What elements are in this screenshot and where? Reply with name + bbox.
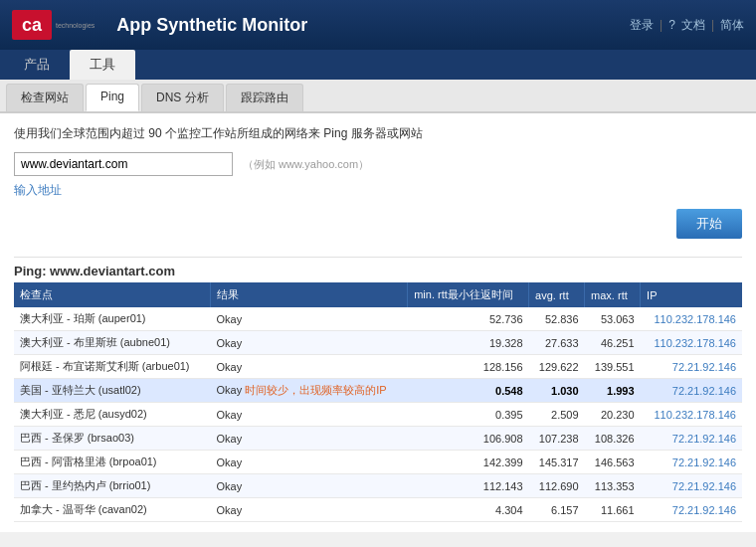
lang-link[interactable]: 简体 [720, 17, 744, 34]
cell-avg-rtt: 2.509 [529, 403, 585, 427]
cell-avg-rtt: 52.836 [529, 307, 585, 331]
cell-result: Okay [211, 451, 408, 474]
cell-checkpoint: 加拿大 - 温哥华 (cavan02) [14, 498, 211, 522]
cell-min-rtt: 106.908 [408, 427, 529, 451]
login-link[interactable]: 登录 [630, 17, 654, 34]
url-input[interactable] [14, 152, 233, 176]
cell-ip: 72.21.92.146 [641, 474, 742, 498]
cell-min-rtt: 142.399 [408, 451, 529, 474]
cell-checkpoint: 澳大利亚 - 布里斯班 (aubne01) [14, 331, 211, 355]
cell-checkpoint: 巴西 - 圣保罗 (brsao03) [14, 427, 211, 451]
cell-max-rtt: 53.063 [585, 307, 641, 331]
cell-avg-rtt: 145.317 [529, 451, 585, 474]
results-section: Ping: www.deviantart.com 检查点 结果 min. rtt… [0, 257, 756, 532]
cell-ip: 110.232.178.146 [641, 307, 742, 331]
cell-ip: 72.21.92.146 [641, 427, 742, 451]
main-nav-product[interactable]: 产品 [4, 50, 70, 80]
addr-link[interactable]: 输入地址 [14, 182, 742, 199]
cell-min-rtt: 128.156 [408, 355, 529, 379]
cell-min-rtt: 4.304 [408, 498, 529, 522]
header: ca technologies App Synthetic Monitor 登录… [0, 0, 756, 50]
start-btn-row: 开始 [14, 209, 742, 239]
col-min-rtt: min. rtt最小往返时间 [408, 282, 529, 307]
cell-min-rtt: 52.736 [408, 307, 529, 331]
tab-traceroute[interactable]: 跟踪路由 [226, 84, 303, 111]
cell-max-rtt: 46.251 [585, 331, 641, 355]
sep1: | [660, 18, 662, 32]
table-row: 澳大利亚 - 珀斯 (auper01)Okay52.73652.83653.06… [14, 307, 742, 331]
table-row: 澳大利亚 - 布里斯班 (aubne01)Okay19.32827.63346.… [14, 331, 742, 355]
cell-max-rtt: 139.551 [585, 355, 641, 379]
cell-max-rtt: 146.563 [585, 451, 641, 474]
cell-ip: 72.21.92.146 [641, 355, 742, 379]
cell-ip: 110.232.178.146 [641, 403, 742, 427]
cell-result: Okay [211, 307, 408, 331]
cell-checkpoint: 阿根廷 - 布宜诺斯艾利斯 (arbue01) [14, 355, 211, 379]
main-nav: 产品 工具 [0, 50, 756, 80]
cell-ip: 72.21.92.146 [641, 379, 742, 403]
cell-min-rtt: 0.548 [408, 379, 529, 403]
cell-result: Okay [211, 355, 408, 379]
cell-min-rtt: 112.143 [408, 474, 529, 498]
cell-result: Okay 时间较少，出现频率较高的IP [211, 379, 408, 403]
col-ip: IP [641, 282, 742, 307]
cell-max-rtt: 20.230 [585, 403, 641, 427]
sep2: | [711, 18, 714, 32]
table-row: 澳大利亚 - 悉尼 (ausyd02)Okay0.3952.50920.2301… [14, 403, 742, 427]
input-row: （例如 www.yahoo.com） [14, 152, 742, 176]
ping-title: Ping: www.deviantart.com [14, 257, 742, 282]
col-avg-rtt: avg. rtt [529, 282, 585, 307]
cell-result: Okay [211, 403, 408, 427]
table-row: 巴西 - 阿雷格里港 (brpoa01)Okay142.399145.31714… [14, 451, 742, 474]
cell-max-rtt: 1.993 [585, 379, 641, 403]
tab-dns[interactable]: DNS 分析 [141, 84, 224, 111]
col-checkpoint: 检查点 [14, 282, 211, 307]
content-area: 使用我们全球范围内超过 90 个监控工作站所组成的网络来 Ping 服务器或网站… [0, 113, 756, 257]
example-hint: （例如 www.yahoo.com） [243, 157, 369, 172]
cell-max-rtt: 108.326 [585, 427, 641, 451]
table-row: 巴西 - 里约热内卢 (brrio01)Okay112.143112.69011… [14, 474, 742, 498]
main-nav-tools[interactable]: 工具 [70, 50, 135, 80]
table-row: 巴西 - 圣保罗 (brsao03)Okay106.908107.238108.… [14, 427, 742, 451]
cell-avg-rtt: 107.238 [529, 427, 585, 451]
ca-logo: ca [12, 10, 52, 40]
app-title: App Synthetic Monitor [116, 15, 630, 36]
table-row: 美国 - 亚特兰大 (usatl02)Okay 时间较少，出现频率较高的IP0.… [14, 379, 742, 403]
cell-result: Okay [211, 427, 408, 451]
header-links: 登录 | ? 文档 | 简体 [630, 17, 744, 34]
tab-check-site[interactable]: 检查网站 [6, 84, 84, 111]
cell-checkpoint: 巴西 - 里约热内卢 (brrio01) [14, 474, 211, 498]
cell-ip: 72.21.92.146 [641, 451, 742, 474]
cell-result: Okay [211, 331, 408, 355]
cell-result: Okay [211, 474, 408, 498]
cell-min-rtt: 19.328 [408, 331, 529, 355]
tab-ping[interactable]: Ping [86, 84, 139, 111]
help-link[interactable]: ? [668, 18, 675, 32]
table-row: 阿根廷 - 布宜诺斯艾利斯 (arbue01)Okay128.156129.62… [14, 355, 742, 379]
cell-avg-rtt: 1.030 [529, 379, 585, 403]
table-header: 检查点 结果 min. rtt最小往返时间 avg. rtt max. rtt … [14, 282, 742, 307]
cell-avg-rtt: 129.622 [529, 355, 585, 379]
cell-avg-rtt: 112.690 [529, 474, 585, 498]
logo-sub: technologies [56, 22, 94, 29]
col-max-rtt: max. rtt [585, 282, 641, 307]
description-text: 使用我们全球范围内超过 90 个监控工作站所组成的网络来 Ping 服务器或网站 [14, 125, 742, 142]
cell-result: Okay [211, 498, 408, 522]
cell-avg-rtt: 6.157 [529, 498, 585, 522]
results-table: 检查点 结果 min. rtt最小往返时间 avg. rtt max. rtt … [14, 282, 742, 522]
start-button[interactable]: 开始 [676, 209, 742, 239]
cell-max-rtt: 11.661 [585, 498, 641, 522]
cell-ip: 110.232.178.146 [641, 331, 742, 355]
cell-checkpoint: 巴西 - 阿雷格里港 (brpoa01) [14, 451, 211, 474]
cell-checkpoint: 澳大利亚 - 珀斯 (auper01) [14, 307, 211, 331]
cell-avg-rtt: 27.633 [529, 331, 585, 355]
cell-checkpoint: 美国 - 亚特兰大 (usatl02) [14, 379, 211, 403]
docs-link[interactable]: 文档 [681, 17, 705, 34]
cell-min-rtt: 0.395 [408, 403, 529, 427]
logo-text: technologies [56, 22, 94, 29]
sub-nav: 检查网站 Ping DNS 分析 跟踪路由 [0, 80, 756, 113]
cell-max-rtt: 113.353 [585, 474, 641, 498]
cell-ip: 72.21.92.146 [641, 498, 742, 522]
col-result: 结果 [211, 282, 408, 307]
cell-checkpoint: 澳大利亚 - 悉尼 (ausyd02) [14, 403, 211, 427]
